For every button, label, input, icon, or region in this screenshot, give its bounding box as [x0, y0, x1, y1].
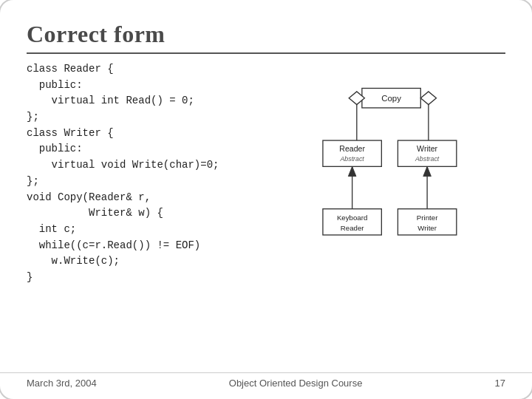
slide: Correct form class Reader { public: virt… — [0, 0, 532, 399]
writer-label: Writer — [417, 144, 437, 153]
svg-marker-2 — [420, 92, 436, 105]
footer-date: March 3rd, 2004 — [27, 378, 97, 389]
writer-abstract: Abstract — [415, 155, 440, 163]
title-divider — [27, 52, 505, 54]
keyboard-label2: Reader — [341, 224, 365, 232]
footer-page: 17 — [495, 378, 505, 389]
uml-diagram: Copy Reader Abstract Writer Abstract — [284, 61, 505, 298]
diagram-area: Copy Reader Abstract Writer Abstract — [284, 61, 505, 298]
reader-label: Reader — [339, 144, 365, 153]
content-area: class Reader { public: virtual int Read(… — [27, 61, 505, 298]
printer-label2: Writer — [417, 224, 437, 232]
printer-label: Printer — [417, 214, 438, 222]
keyboard-label: Keyboard — [337, 214, 367, 222]
reader-abstract: Abstract — [339, 155, 364, 163]
copy-label: Copy — [381, 94, 401, 103]
svg-marker-8 — [348, 166, 356, 176]
slide-title: Correct form — [27, 21, 505, 48]
svg-marker-10 — [423, 166, 432, 176]
footer: March 3rd, 2004 Object Oriented Design C… — [0, 372, 532, 389]
code-block: class Reader { public: virtual int Read(… — [27, 61, 278, 286]
footer-course: Object Oriented Design Course — [97, 378, 495, 389]
